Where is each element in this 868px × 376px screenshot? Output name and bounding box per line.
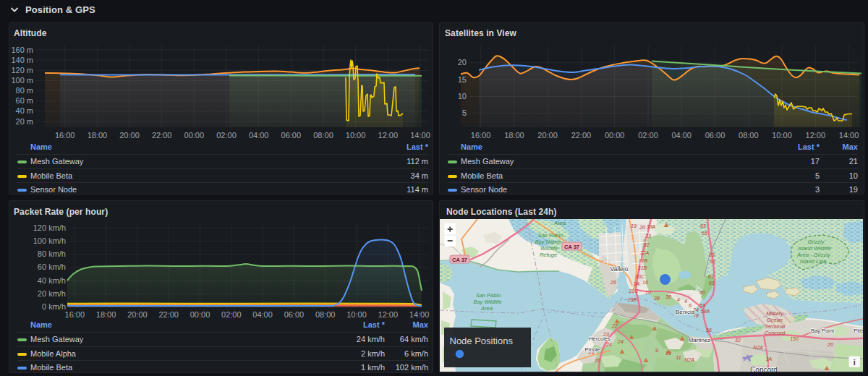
svg-text:Area - Grizzly: Area - Grizzly	[796, 252, 831, 258]
svg-text:19: 19	[665, 351, 671, 356]
svg-text:24: 24	[605, 342, 612, 347]
svg-text:Bay Nation..: Bay Nation..	[535, 239, 565, 245]
svg-text:Terminal: Terminal	[765, 323, 786, 330]
svg-text:Area: Area	[480, 305, 493, 312]
svg-text:Area: Area	[553, 220, 566, 226]
svg-text:30C: 30C	[636, 274, 646, 279]
svg-text:Concord: Concord	[765, 330, 786, 336]
svg-text:CA 37: CA 37	[452, 257, 467, 263]
svg-text:10: 10	[645, 290, 651, 295]
svg-text:Vallejo: Vallejo	[610, 265, 629, 273]
svg-text:31B: 31B	[638, 265, 647, 270]
svg-text:Node Positions: Node Positions	[450, 336, 514, 346]
svg-text:63: 63	[710, 259, 715, 264]
svg-text:Concord: Concord	[750, 366, 778, 372]
svg-text:Wildlife: Wildlife	[540, 245, 558, 252]
svg-text:Martinez: Martinez	[689, 337, 711, 343]
svg-text:San Pablo: San Pablo	[538, 232, 563, 239]
svg-text:9: 9	[655, 348, 658, 353]
svg-text:32: 32	[735, 338, 741, 343]
svg-text:20: 20	[594, 358, 600, 363]
svg-text:San Pablo: San Pablo	[476, 292, 501, 299]
svg-text:Bay Wildlife: Bay Wildlife	[473, 299, 501, 305]
svg-text:4: 4	[684, 299, 687, 304]
svg-text:1A: 1A	[634, 281, 640, 286]
svg-text:33: 33	[645, 234, 651, 239]
svg-text:N2A: N2A	[684, 357, 694, 362]
svg-text:58A: 58A	[701, 309, 710, 314]
svg-text:58: 58	[699, 303, 705, 308]
svg-text:150: 150	[790, 336, 799, 341]
svg-text:19: 19	[631, 223, 637, 228]
svg-text:11: 11	[676, 355, 681, 360]
svg-text:Island Line: Island Line	[800, 258, 826, 265]
svg-text:6: 6	[689, 303, 692, 308]
svg-text:22: 22	[611, 323, 618, 328]
svg-text:N2A: N2A	[753, 345, 763, 350]
svg-text:32A: 32A	[640, 250, 650, 255]
svg-text:i: i	[854, 358, 856, 367]
svg-text:29C: 29C	[629, 289, 639, 294]
svg-text:38: 38	[654, 296, 660, 301]
svg-text:33A: 33A	[647, 224, 656, 229]
svg-text:CA 37: CA 37	[564, 244, 579, 250]
svg-text:Ocean: Ocean	[767, 317, 783, 323]
svg-text:Hercules: Hercules	[589, 336, 610, 342]
svg-text:Island Wildlife: Island Wildlife	[798, 245, 831, 252]
svg-text:26: 26	[610, 280, 616, 285]
svg-text:Refuge: Refuge	[540, 252, 557, 258]
svg-text:20: 20	[639, 225, 645, 230]
svg-text:Pittsburg: Pittsburg	[854, 328, 863, 334]
svg-text:Grizzly: Grizzly	[808, 239, 825, 245]
svg-text:Pinole: Pinole	[585, 346, 600, 353]
svg-text:56: 56	[706, 328, 712, 333]
svg-text:3A: 3A	[766, 356, 773, 362]
svg-text:Benicia: Benicia	[676, 309, 695, 315]
svg-text:65: 65	[702, 231, 707, 236]
svg-text:29B: 29B	[627, 297, 637, 302]
svg-text:4: 4	[677, 297, 680, 302]
svg-text:61: 61	[709, 281, 715, 286]
svg-text:24: 24	[617, 339, 624, 344]
svg-text:65: 65	[700, 223, 706, 228]
svg-text:60: 60	[699, 290, 705, 295]
svg-text:16: 16	[642, 280, 648, 285]
svg-text:Military: Military	[766, 310, 784, 317]
svg-text:31B: 31B	[639, 258, 648, 263]
svg-text:32: 32	[644, 242, 650, 247]
svg-text:Bay Point: Bay Point	[811, 328, 835, 334]
svg-text:38: 38	[665, 294, 671, 299]
svg-text:20: 20	[827, 342, 833, 347]
svg-text:63: 63	[709, 252, 715, 257]
svg-text:61: 61	[708, 274, 714, 279]
